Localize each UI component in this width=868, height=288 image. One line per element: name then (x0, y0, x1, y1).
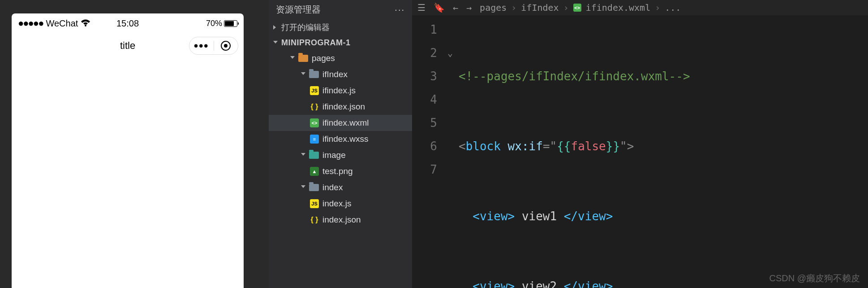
folder-index[interactable]: index (269, 179, 412, 196)
image-icon: ▲ (310, 167, 319, 176)
code-token: <!--pages/ifIndex/ifindex.wxml--> (459, 70, 690, 83)
chevron-down-icon (301, 72, 305, 77)
tree-label: ifindex.wxml (322, 118, 369, 128)
json-icon: { } (310, 102, 319, 111)
chevron-down-icon (301, 185, 305, 190)
breadcrumb-seg[interactable]: ifIndex (521, 2, 559, 13)
battery-pct-label: 70% (206, 19, 222, 28)
svg-point-0 (85, 25, 86, 26)
nav-back-icon[interactable]: ← (453, 2, 458, 13)
code-token: block (466, 140, 501, 153)
breadcrumb-seg[interactable]: ... (665, 2, 681, 13)
code-token: view2 (515, 279, 564, 288)
tree-label: test.png (322, 166, 353, 176)
tree-label: ifindex.json (322, 102, 365, 112)
bookmark-icon[interactable]: 🔖 (434, 2, 445, 13)
line-number: 2 (412, 41, 437, 65)
folder-pages[interactable]: pages (269, 50, 412, 66)
phone-status-bar: ●●●●● WeChat 15:08 70% (12, 13, 244, 33)
breadcrumb-seg[interactable]: ifindex.wxml (586, 2, 651, 13)
folder-icon (309, 71, 319, 78)
chevron-right-icon: › (511, 2, 516, 13)
file-ifindex-wxml[interactable]: <> ifindex.wxml (269, 115, 412, 131)
code-token: </view> (564, 279, 613, 288)
simulator-panel: ●●●●● WeChat 15:08 70% title ••• (12, 13, 244, 288)
line-number: 3 (412, 65, 437, 88)
folder-image[interactable]: image (269, 147, 412, 163)
signal-dots-icon: ●●●●● (18, 17, 43, 29)
json-icon: { } (310, 215, 319, 224)
code-token: wx:if (508, 140, 543, 153)
tree-label: ifIndex (322, 70, 348, 79)
chevron-right-icon (273, 25, 278, 30)
tree-label: index (322, 183, 343, 192)
target-icon (221, 41, 231, 51)
folder-ifindex[interactable]: ifIndex (269, 66, 412, 83)
line-number: 1 (412, 18, 437, 41)
breadcrumb[interactable]: pages › ifIndex › <> ifindex.wxml › ... (480, 2, 681, 13)
capsule-menu-button[interactable]: ••• (189, 37, 214, 54)
clock-label: 15:08 (116, 18, 139, 29)
file-test-png[interactable]: ▲ test.png (269, 163, 412, 179)
code-token: <view> (473, 279, 515, 288)
chevron-down-icon (301, 153, 305, 157)
js-icon: JS (310, 199, 319, 208)
page-title: title (120, 40, 135, 52)
line-number: 5 (412, 111, 437, 135)
code-token: view1 (515, 209, 564, 223)
code-token: < (459, 140, 466, 153)
editor-panel: ☰ 🔖 ← → pages › ifIndex › <> ifindex.wxm… (412, 0, 868, 288)
wifi-icon (81, 18, 90, 29)
editor-toolbar: ☰ 🔖 ← → pages › ifIndex › <> ifindex.wxm… (412, 0, 868, 15)
capsule-button[interactable]: ••• (189, 37, 238, 55)
chevron-down-icon (290, 56, 295, 61)
carrier-label: WeChat (46, 18, 78, 29)
chevron-down-icon (273, 41, 278, 45)
open-editors-label: 打开的编辑器 (281, 22, 330, 33)
tree-label: index.json (322, 215, 361, 225)
fold-icon[interactable]: ⌄ (443, 41, 457, 65)
code-token: =" (543, 140, 557, 153)
file-index-json[interactable]: { } index.json (269, 212, 412, 228)
file-tree: pages ifIndex JS ifindex.js { } ifindex.… (269, 50, 412, 228)
folder-icon (298, 55, 308, 62)
file-ifindex-wxss[interactable]: ≡ ifindex.wxss (269, 131, 412, 147)
js-icon: JS (310, 86, 319, 95)
code-area[interactable]: <!--pages/ifIndex/ifindex.wxml--> <block… (459, 18, 868, 288)
battery-icon (224, 20, 237, 27)
explorer-title: 资源管理器 (276, 4, 321, 16)
tree-label: ifindex.js (322, 86, 356, 96)
open-editors-section[interactable]: 打开的编辑器 (269, 19, 412, 35)
file-ifindex-json[interactable]: { } ifindex.json (269, 99, 412, 115)
chevron-right-icon: › (563, 2, 569, 13)
code-token: {{ (557, 140, 571, 153)
code-token: "> (620, 140, 634, 153)
project-section[interactable]: MINIPROGRAM-1 (269, 35, 412, 50)
line-number: 6 (412, 135, 437, 158)
list-icon[interactable]: ☰ (417, 2, 425, 13)
explorer-panel: 资源管理器 ··· 打开的编辑器 MINIPROGRAM-1 pages ifI… (269, 0, 412, 288)
nav-forward-icon[interactable]: → (466, 2, 472, 13)
project-name: MINIPROGRAM-1 (281, 38, 351, 48)
file-index-js[interactable]: JS index.js (269, 196, 412, 212)
line-number: 4 (412, 88, 437, 111)
wxss-icon: ≡ (310, 135, 319, 144)
code-token: </view> (564, 209, 613, 223)
wxml-icon: <> (310, 118, 319, 127)
file-ifindex-js[interactable]: JS ifindex.js (269, 83, 412, 99)
tree-label: pages (312, 53, 335, 63)
code-token: }} (606, 140, 620, 153)
line-number-gutter: 1 2 3 4 5 6 7 (412, 18, 443, 181)
tree-label: index.js (322, 199, 351, 209)
capsule-close-button[interactable] (214, 37, 238, 54)
breadcrumb-seg[interactable]: pages (480, 2, 507, 13)
line-number: 7 (412, 158, 437, 181)
chevron-right-icon: › (655, 2, 660, 13)
folder-icon (309, 152, 319, 159)
more-icon[interactable]: ··· (395, 4, 405, 15)
tree-label: ifindex.wxss (322, 134, 368, 144)
phone-nav-bar: title ••• (12, 33, 244, 58)
code-token: false (571, 140, 606, 153)
wxml-icon: <> (573, 4, 581, 12)
folder-icon (309, 184, 319, 191)
